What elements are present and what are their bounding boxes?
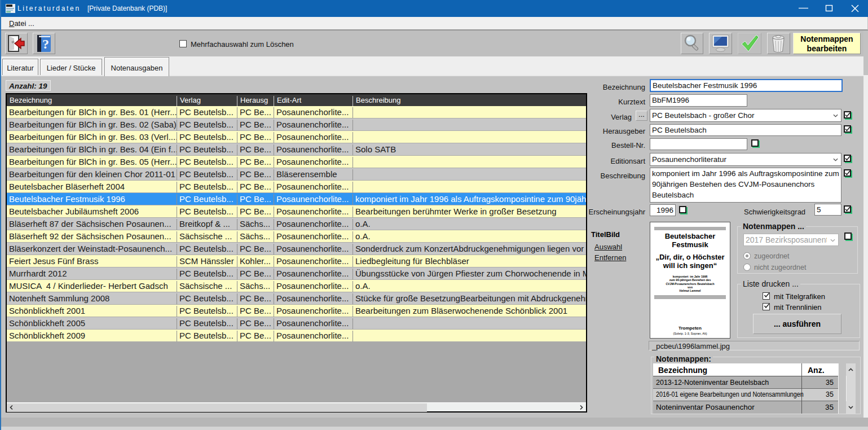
svg-text:?: ? bbox=[42, 37, 49, 51]
